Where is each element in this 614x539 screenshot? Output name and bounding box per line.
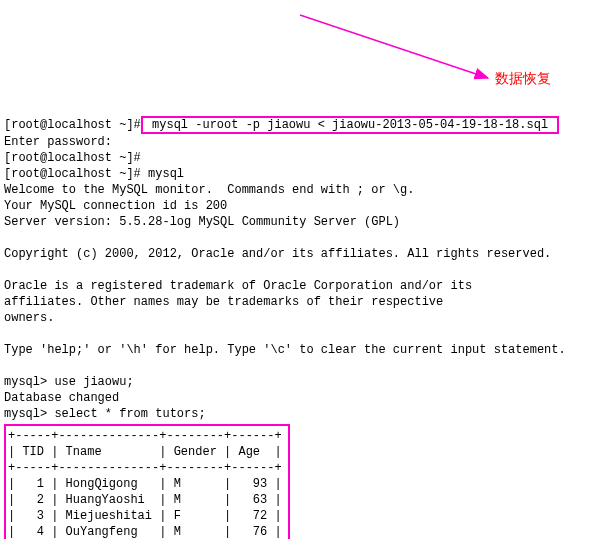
arrow-annotation [0, 0, 614, 120]
terminal-output: Enter password: [root@localhost ~]# [roo… [4, 134, 610, 422]
svg-line-0 [300, 15, 488, 78]
query-result-table: +-----+--------------+--------+------+ |… [4, 424, 290, 539]
prompt-line-1: [root@localhost ~]# mysql -uroot -p jiao… [4, 118, 559, 132]
annotation-label: 数据恢复 [495, 70, 551, 86]
highlighted-command-1: mysql -uroot -p jiaowu < jiaowu-2013-05-… [141, 116, 559, 134]
